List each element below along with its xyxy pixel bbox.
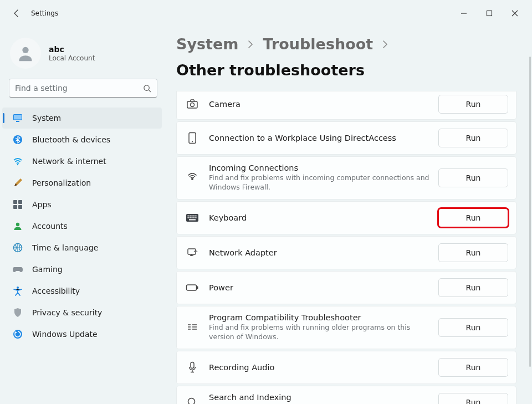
svg-rect-11 <box>18 205 22 209</box>
search-box[interactable] <box>9 79 157 98</box>
troubleshooter-row-compat: Program Compatibility Troubleshooter Fin… <box>176 306 516 349</box>
wifi-icon <box>12 156 23 167</box>
gamepad-icon <box>12 264 23 275</box>
search-icon <box>185 397 200 404</box>
troubleshooter-row-keyboard: Keyboard Run <box>176 201 516 234</box>
svg-rect-36 <box>191 362 194 368</box>
svg-point-37 <box>188 398 195 404</box>
app-title: Settings <box>31 9 58 17</box>
run-button-compat[interactable]: Run <box>438 318 508 337</box>
person-icon <box>12 221 23 232</box>
sidebar-item-label: Accounts <box>32 222 68 231</box>
sidebar-item-network[interactable]: Network & internet <box>2 151 162 172</box>
sidebar-item-label: Gaming <box>32 265 63 274</box>
avatar <box>10 38 41 69</box>
breadcrumb-troubleshoot[interactable]: Troubleshoot <box>263 35 373 53</box>
sidebar-item-label: Time & language <box>32 243 98 252</box>
svg-rect-31 <box>196 217 197 218</box>
chevron-right-icon <box>247 40 254 48</box>
run-button-directaccess[interactable]: Run <box>438 129 508 147</box>
scrollbar[interactable] <box>524 27 532 404</box>
run-button-adapter[interactable]: Run <box>438 243 508 262</box>
run-button-incoming[interactable]: Run <box>438 168 508 187</box>
svg-point-12 <box>16 223 19 226</box>
svg-rect-33 <box>188 249 196 254</box>
troubleshooter-title: Recording Audio <box>209 363 432 372</box>
run-button-power[interactable]: Run <box>438 278 508 297</box>
svg-rect-35 <box>197 286 198 289</box>
svg-rect-29 <box>192 217 193 218</box>
camera-icon <box>185 99 200 110</box>
breadcrumb-system[interactable]: System <box>176 35 238 53</box>
sidebar-item-time-language[interactable]: Time & language <box>2 237 162 258</box>
globe-icon <box>12 242 23 253</box>
run-button-search-indexing[interactable]: Run <box>438 393 508 404</box>
svg-rect-23 <box>190 215 191 216</box>
troubleshooter-row-directaccess: Connection to a Workplace Using DirectAc… <box>176 121 516 155</box>
brush-icon <box>12 177 23 188</box>
sidebar-item-accounts[interactable]: Accounts <box>2 216 162 237</box>
troubleshooter-desc: Find and fix problems with running older… <box>209 323 432 342</box>
power-icon <box>185 284 200 292</box>
troubleshooter-row-incoming: Incoming Connections Find and fix proble… <box>176 156 516 200</box>
troubleshooter-row-camera: Camera Run <box>176 91 516 120</box>
sidebar-item-label: Privacy & security <box>32 308 102 317</box>
svg-point-1 <box>22 47 28 53</box>
scrollbar-thumb[interactable] <box>529 57 531 367</box>
close-button[interactable] <box>502 4 528 22</box>
sidebar-item-windows-update[interactable]: Windows Update <box>2 324 162 345</box>
maximize-button[interactable] <box>477 4 502 22</box>
svg-rect-5 <box>16 121 19 122</box>
svg-point-19 <box>192 141 193 142</box>
troubleshooter-title: Program Compatibility Troubleshooter <box>209 313 432 322</box>
svg-point-17 <box>191 103 195 107</box>
sidebar-item-label: Apps <box>32 200 52 209</box>
svg-rect-34 <box>187 285 197 290</box>
troubleshooter-row-adapter: Network Adapter Run <box>176 236 516 269</box>
minimize-button[interactable] <box>451 4 477 22</box>
update-icon <box>12 329 23 340</box>
troubleshooter-title: Search and Indexing <box>209 393 432 402</box>
chevron-right-icon <box>382 40 388 48</box>
back-button[interactable] <box>8 4 25 22</box>
search-input[interactable] <box>15 84 143 93</box>
troubleshooter-title: Keyboard <box>209 213 432 222</box>
svg-point-2 <box>144 85 149 90</box>
sidebar-item-label: Windows Update <box>32 330 98 339</box>
compat-icon <box>185 323 200 333</box>
run-button-recording[interactable]: Run <box>438 358 508 377</box>
shield-icon <box>12 307 23 318</box>
svg-rect-32 <box>189 219 196 220</box>
sidebar-item-label: Personalization <box>32 178 91 187</box>
sidebar-item-label: Bluetooth & devices <box>32 135 110 144</box>
sidebar-item-accessibility[interactable]: Accessibility <box>2 280 162 301</box>
sidebar-item-apps[interactable]: Apps <box>2 194 162 215</box>
sidebar: abc Local Account System Bluetooth & dev… <box>0 27 166 404</box>
search-icon <box>143 84 151 93</box>
breadcrumb: System Troubleshoot Other troubleshooter… <box>176 35 516 79</box>
run-button-keyboard[interactable]: Run <box>438 208 508 227</box>
svg-rect-10 <box>13 205 17 209</box>
user-profile[interactable]: abc Local Account <box>0 31 166 79</box>
sidebar-item-system[interactable]: System <box>2 108 162 129</box>
troubleshooter-title: Camera <box>209 100 432 109</box>
accessibility-icon <box>12 285 23 296</box>
run-button-camera[interactable]: Run <box>438 95 508 114</box>
sidebar-item-personalization[interactable]: Personalization <box>2 172 162 193</box>
sidebar-item-gaming[interactable]: Gaming <box>2 259 162 280</box>
troubleshooter-row-recording: Recording Audio Run <box>176 351 516 384</box>
svg-rect-28 <box>190 217 191 218</box>
mic-icon <box>185 361 200 374</box>
phone-icon <box>185 132 200 144</box>
keyboard-icon <box>185 213 200 222</box>
svg-rect-26 <box>196 215 197 216</box>
sidebar-item-bluetooth[interactable]: Bluetooth & devices <box>2 129 162 150</box>
svg-rect-25 <box>193 215 195 216</box>
page-title: Other troubleshooters <box>176 62 365 79</box>
troubleshooter-list: Camera Run Connection to a Workplace Usi… <box>176 91 516 404</box>
monitor-icon <box>12 112 23 124</box>
apps-icon <box>12 199 23 210</box>
sidebar-item-privacy[interactable]: Privacy & security <box>2 302 162 323</box>
sidebar-item-label: System <box>32 114 61 122</box>
svg-rect-22 <box>188 215 189 216</box>
